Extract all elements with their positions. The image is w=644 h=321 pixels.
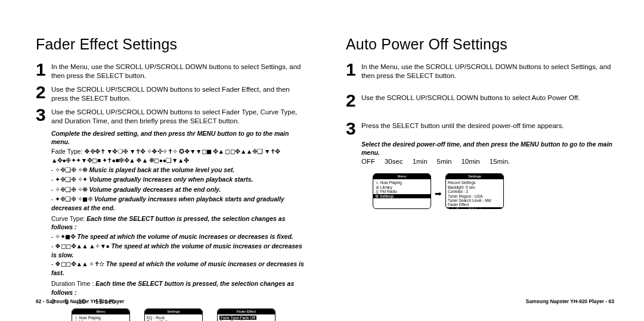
page-footer-right: Samsung Napster YH-920 Player - 63 [526, 298, 614, 304]
autopower-options: OFF 30sec 1min 5min 10min 15min. [361, 158, 614, 165]
step-1: 1 In the Menu, use the SCROLL UP/SCROLL … [346, 61, 614, 80]
duration-line: Duration Time : Each time the SELECT but… [51, 279, 304, 296]
step-text: In the Menu, use the SCROLL UP/SCROLL DO… [361, 61, 614, 80]
arrow-icon: ➡ [435, 184, 442, 198]
curve-opt-1: ✧✦◼✥ The speed at which the volume of mu… [51, 232, 304, 241]
screen-settings: Settings EQ - Rock Record Settings Backl… [144, 308, 203, 321]
step-number: 1 [346, 61, 360, 77]
step-number: 2 [346, 92, 360, 108]
info-lead: Complete the desired setting, and then p… [51, 129, 304, 146]
music-icon: ♫ [74, 316, 78, 320]
page: Fader Effect Settings 1 In the Menu, use… [0, 0, 644, 321]
step-number: 3 [36, 107, 50, 123]
curve-opt-2: ❖◻◻✥▲▲ ▲✧▼● The speed at which the volum… [51, 242, 304, 259]
step-text: Use the SCROLL UP/SCROLL DOWN buttons to… [51, 84, 304, 103]
step-number: 3 [346, 120, 360, 136]
step-text: Use the SCROLL UP/SCROLL DOWN buttons to… [51, 107, 304, 126]
disc-icon: ⊘ [375, 185, 379, 189]
fade-opt-3: ✧❉❏❉ ✧❋ Volume gradually decreases at th… [51, 185, 304, 194]
curve-type-line: Curve Type: Each time the SELECT button … [51, 214, 304, 231]
step-number: 2 [36, 84, 50, 100]
step-3: 3 Use the SCROLL UP/SCROLL DOWN buttons … [36, 107, 304, 126]
screen-row-right: Menu ♫ Now Playing ⊘ Library (( FM Radio… [373, 173, 614, 209]
step-text: Press the SELECT button until the desire… [361, 120, 614, 130]
screen-row-left: Menu ♫ Now Playing ⊘ Library (( FM Radio… [72, 308, 304, 321]
screen-fader: Fader Effect Fade Type-Fade Off Curve Ty… [217, 308, 275, 321]
gear-icon: ⚙ [374, 194, 379, 198]
screen-menu: Menu ♫ Now Playing ⊘ Library (( FM Radio… [72, 308, 130, 321]
screen-menu: Menu ♫ Now Playing ⊘ Library (( FM Radio… [373, 173, 431, 209]
right-page: Auto Power Off Settings 1 In the Menu, u… [346, 36, 614, 303]
heading-autopower: Auto Power Off Settings [346, 36, 614, 53]
info-lead-right: Select the desired power-off time, and t… [361, 140, 614, 157]
fade-opt-4: ✦❉❏❉ ✧◼❈ Volume gradually increases when… [51, 195, 304, 212]
heading-fader: Fader Effect Settings [36, 36, 304, 53]
radio-icon: (( [375, 189, 379, 194]
fade-opt-2: ✦❉❏❉ ✧✦ Volume gradually increases only … [51, 175, 304, 184]
step-3: 3 Press the SELECT button until the desi… [346, 120, 614, 136]
step-text: In the Menu, use the SCROLL UP/SCROLL DO… [51, 61, 304, 80]
page-footer-left: 62 - Samsung Napster YH-920 Player [36, 298, 124, 304]
step-text: Use the SCROLL UP/SCROLL DOWN buttons to… [361, 92, 614, 102]
info-block-right: Select the desired power-off time, and t… [361, 140, 614, 157]
curve-opt-3: ❖◻◻✥▲▲ ✧✝✫ The speed at which the volume… [51, 260, 304, 277]
step-2: 2 Use the SCROLL UP/SCROLL DOWN buttons … [36, 84, 304, 103]
music-icon: ♫ [375, 180, 379, 185]
screen-settings: Settings Record Settings Backlight -5 se… [445, 173, 504, 209]
step-1: 1 In the Menu, use the SCROLL UP/SCROLL … [36, 61, 304, 80]
left-page: Fader Effect Settings 1 In the Menu, use… [36, 36, 304, 303]
info-block: Complete the desired setting, and then p… [51, 129, 304, 297]
fade-opt-1: ✧❉❏❉ ✧❋ Music is played back at the volu… [51, 166, 304, 174]
fade-type-line: Fade Type: ❖❉✥✝ ▼✥❍❉ ▼✝✥ ✧❖✣✧✝✧ ✪❖▼▼◻◼ ✥… [51, 147, 304, 165]
step-2: 2 Use the SCROLL UP/SCROLL DOWN buttons … [346, 92, 614, 108]
step-number: 1 [36, 61, 50, 77]
